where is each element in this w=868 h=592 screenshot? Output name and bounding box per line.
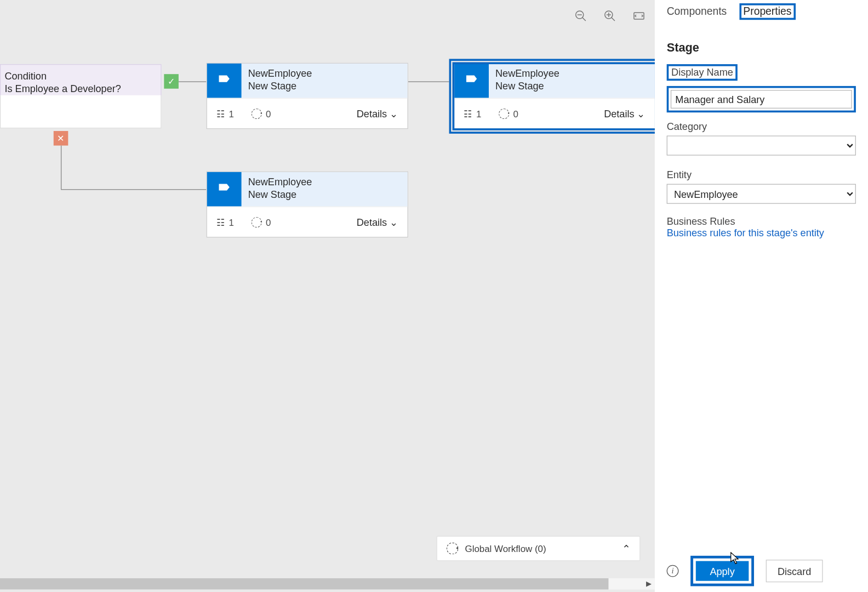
workflow-count: 0 — [266, 108, 271, 118]
stage-footer: ☷ 1 0 Details ⌄ — [454, 98, 655, 129]
stage-flag-icon — [454, 64, 489, 98]
discard-button[interactable]: Discard — [766, 560, 823, 582]
entity-select[interactable]: NewEmployee — [667, 184, 856, 204]
apply-button[interactable]: Apply — [696, 561, 749, 581]
stage-header: NewEmployee New Stage — [454, 64, 655, 98]
steps-count: 1 — [229, 217, 234, 227]
panel-tabs: Components Properties — [655, 0, 868, 20]
workflow-icon — [251, 217, 261, 227]
tab-properties-label: Properties — [743, 5, 791, 17]
panel-footer: i Apply Discard — [655, 550, 868, 592]
stage-node[interactable]: NewEmployee New Stage ☷ 1 0 Details ⌄ — [207, 63, 408, 129]
chevron-up-icon: ⌃ — [622, 542, 631, 555]
stage-flag-icon — [207, 64, 242, 98]
properties-panel: Components Properties Stage Display Name… — [655, 0, 868, 592]
global-workflow-bar[interactable]: Global Workflow (0) ⌃ — [437, 536, 641, 561]
stage-flag-icon — [207, 172, 242, 207]
steps-count: 1 — [229, 108, 234, 118]
condition-body[interactable] — [0, 95, 162, 128]
tab-properties[interactable]: Properties — [741, 5, 793, 20]
details-label: Details — [357, 217, 387, 228]
workflow-count: 0 — [513, 108, 518, 118]
scrollbar-thumb[interactable] — [0, 578, 608, 590]
workflow-icon — [499, 108, 509, 118]
display-name-label: Display Name — [671, 66, 733, 78]
connector-line — [61, 146, 61, 190]
stage-subtitle: New Stage — [495, 80, 559, 93]
details-label: Details — [604, 108, 634, 119]
steps-count: 1 — [476, 108, 481, 118]
stage-title: NewEmployee — [248, 176, 312, 189]
entity-label: Entity — [667, 169, 856, 180]
category-select[interactable] — [667, 135, 856, 155]
apply-button-highlight: Apply — [690, 556, 754, 587]
zoom-in-icon[interactable] — [602, 8, 618, 24]
tab-properties-highlight: Properties — [739, 3, 796, 20]
condition-title: Condition — [4, 70, 154, 83]
steps-icon: ☷ — [216, 217, 225, 227]
details-label: Details — [357, 108, 387, 119]
scroll-right-arrow-icon[interactable]: ▶ — [643, 578, 655, 590]
stage-footer: ☷ 1 0 Details ⌄ — [207, 98, 408, 129]
fit-to-screen-icon[interactable] — [631, 8, 647, 24]
connector-line — [179, 81, 207, 82]
condition-yes-icon: ✓ — [164, 74, 179, 89]
panel-heading: Stage — [667, 41, 856, 55]
steps-icon: ☷ — [464, 108, 472, 118]
stage-header: NewEmployee New Stage — [207, 64, 408, 98]
display-name-input[interactable] — [671, 90, 852, 109]
stage-subtitle: New Stage — [248, 80, 312, 93]
info-icon[interactable]: i — [667, 565, 679, 577]
business-rules-link[interactable]: Business rules for this stage's entity — [667, 227, 824, 238]
svg-line-1 — [583, 18, 586, 21]
chevron-down-icon: ⌄ — [390, 107, 398, 119]
global-workflow-label: Global Workflow (0) — [465, 543, 622, 554]
chevron-down-icon: ⌄ — [390, 216, 398, 228]
details-toggle[interactable]: Details ⌄ — [357, 216, 398, 228]
category-label: Category — [667, 121, 856, 132]
svg-line-4 — [612, 18, 615, 21]
stage-node[interactable]: NewEmployee New Stage ☷ 1 0 Details ⌄ — [207, 172, 408, 238]
stage-header: NewEmployee New Stage — [207, 172, 408, 207]
condition-no-icon: ✕ — [54, 131, 68, 146]
condition-question: Is Employee a Developer? — [4, 83, 154, 95]
workflow-icon — [447, 543, 459, 555]
display-name-highlight — [667, 86, 856, 112]
horizontal-scrollbar[interactable]: ▶ — [0, 578, 655, 590]
connector-line — [408, 81, 449, 82]
details-toggle[interactable]: Details ⌄ — [604, 107, 646, 119]
canvas-toolbar — [573, 8, 647, 24]
zoom-out-icon[interactable] — [573, 8, 589, 24]
tab-components[interactable]: Components — [667, 5, 727, 20]
stage-title: NewEmployee — [248, 67, 312, 80]
flow-canvas[interactable]: Condition Is Employee a Developer? ✓ ✕ N… — [0, 0, 655, 592]
workflow-icon — [251, 108, 261, 118]
stage-subtitle: New Stage — [248, 189, 312, 201]
stage-footer: ☷ 1 0 Details ⌄ — [207, 207, 408, 237]
workflow-count: 0 — [266, 217, 271, 227]
connector-line — [61, 189, 207, 190]
details-toggle[interactable]: Details ⌄ — [357, 107, 398, 119]
business-rules-label: Business Rules — [667, 215, 856, 227]
chevron-down-icon: ⌄ — [637, 107, 646, 119]
stage-title: NewEmployee — [495, 67, 559, 80]
display-name-label-highlight: Display Name — [667, 64, 738, 81]
steps-icon: ☷ — [216, 108, 225, 118]
stage-node-selected[interactable]: NewEmployee New Stage ☷ 1 0 Details ⌄ — [454, 63, 655, 129]
